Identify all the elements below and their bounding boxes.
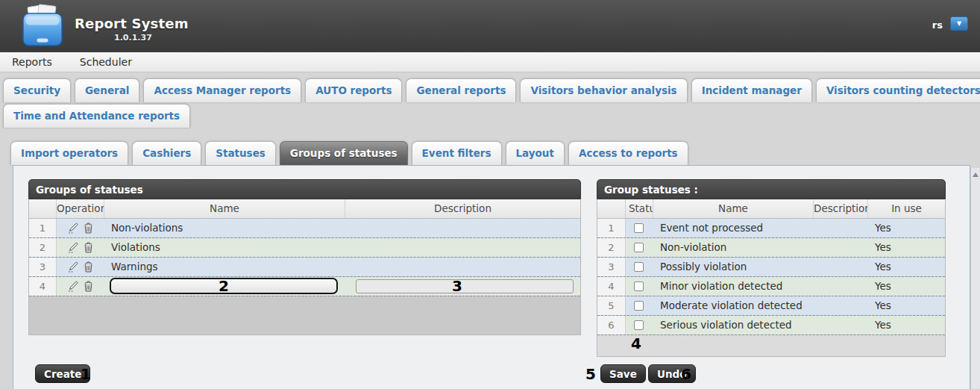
col-status[interactable]: Status( bbox=[626, 199, 653, 218]
save-button[interactable]: Save bbox=[600, 364, 646, 383]
table-row[interactable]: 1 Event not processed Yes bbox=[597, 219, 945, 238]
subtab-cashiers[interactable]: Cashiers bbox=[132, 141, 201, 165]
subtab-import-operators[interactable]: Import operators bbox=[10, 141, 128, 165]
annotation-4-checkboxes: 4 bbox=[631, 334, 641, 352]
col-name[interactable]: Name bbox=[653, 199, 814, 218]
app-header: Report System 1.0.1.37 rs ▼ bbox=[0, 0, 980, 52]
annotation-2-name-input: 2 bbox=[219, 277, 229, 295]
edit-icon[interactable] bbox=[67, 280, 80, 293]
col-name[interactable]: Name bbox=[104, 199, 345, 218]
subtab-layout[interactable]: Layout bbox=[506, 141, 565, 165]
edit-icon[interactable] bbox=[67, 222, 80, 234]
main-menubar: Reports Scheduler bbox=[0, 52, 980, 72]
status-description bbox=[814, 316, 868, 334]
vertical-scrollbar[interactable] bbox=[970, 168, 980, 389]
delete-icon[interactable] bbox=[82, 261, 95, 273]
col-blank bbox=[597, 199, 626, 218]
delete-icon[interactable] bbox=[82, 222, 95, 234]
scroll-up-icon bbox=[973, 172, 979, 177]
table-row[interactable]: 5 Moderate violation detected Yes bbox=[597, 296, 945, 316]
menu-item-scheduler[interactable]: Scheduler bbox=[80, 52, 132, 72]
group-name: Violations bbox=[104, 238, 345, 257]
subtab-groups-of-statuses[interactable]: Groups of statuses bbox=[280, 141, 408, 165]
status-name: Event not processed bbox=[653, 219, 814, 237]
status-name: Minor violation detected bbox=[653, 277, 814, 296]
tab-general[interactable]: General bbox=[75, 78, 139, 102]
user-menu-button[interactable]: ▼ bbox=[950, 16, 968, 31]
status-description bbox=[814, 258, 868, 276]
delete-icon[interactable] bbox=[82, 241, 95, 254]
tab-time-and-attendance-reports[interactable]: Time and Attendance reports bbox=[3, 104, 190, 128]
app-title: Report System bbox=[75, 16, 189, 31]
table-row[interactable]: 6 Serious violation detected Yes bbox=[597, 316, 945, 335]
annotation-5-save: 5 bbox=[585, 365, 596, 383]
col-operation[interactable]: Operation bbox=[57, 199, 104, 218]
tab-visitors-behavior-analysis[interactable]: Visitors behavior analysis bbox=[520, 78, 687, 102]
groups-table-body: 1 Non-violations 2 bbox=[28, 219, 581, 335]
table-row[interactable]: 3 Possibly violation Yes bbox=[597, 258, 945, 277]
user-name: rs bbox=[932, 19, 943, 31]
col-description[interactable]: Description bbox=[345, 199, 580, 218]
group-statuses-table: Group statuses : Status( Name Descriptio… bbox=[597, 179, 946, 357]
status-in-use: Yes bbox=[868, 258, 945, 276]
statuses-table-empty-area bbox=[597, 335, 945, 356]
pos-sub-tabs: Import operators Cashiers Statuses Group… bbox=[0, 141, 980, 165]
statuses-table-body: 1 Event not processed Yes 2 Non-violatio… bbox=[597, 219, 946, 357]
group-description bbox=[345, 219, 580, 237]
subtab-access-to-reports[interactable]: Access to reports bbox=[568, 141, 688, 165]
col-in-use[interactable]: In use bbox=[868, 199, 945, 218]
annotation-6-undo: 6 bbox=[681, 365, 691, 383]
tab-general-reports[interactable]: General reports bbox=[406, 78, 516, 102]
status-name: Non-violation bbox=[653, 238, 814, 257]
group-description bbox=[345, 238, 580, 257]
report-tabs-row2: Time and Attendance reports bbox=[0, 104, 980, 128]
groups-table-empty-area bbox=[29, 296, 580, 334]
subtab-statuses[interactable]: Statuses bbox=[205, 141, 276, 165]
status-in-use: Yes bbox=[868, 219, 945, 237]
table-row[interactable]: 2 Violations bbox=[29, 238, 580, 258]
groups-table-title: Groups of statuses bbox=[28, 179, 581, 199]
table-row-new-group[interactable]: 4 bbox=[29, 277, 580, 296]
status-in-use: Yes bbox=[868, 238, 945, 257]
tab-security[interactable]: Security bbox=[3, 78, 71, 102]
annotation-1-create: 1 bbox=[81, 365, 91, 383]
menu-item-reports[interactable]: Reports bbox=[12, 52, 52, 72]
table-row[interactable]: 4 Minor violation detected Yes bbox=[597, 277, 945, 296]
group-description bbox=[345, 258, 580, 276]
table-row[interactable]: 2 Non-violation Yes bbox=[597, 238, 945, 258]
status-checkbox[interactable] bbox=[634, 243, 644, 252]
status-description bbox=[814, 219, 868, 237]
table-row[interactable]: 1 Non-violations bbox=[29, 219, 580, 238]
status-checkbox[interactable] bbox=[634, 301, 644, 311]
table-row[interactable]: 3 Warnings bbox=[29, 258, 580, 277]
status-name: Possibly violation bbox=[653, 258, 814, 276]
app-version: 1.0.1.37 bbox=[114, 33, 152, 43]
new-group-description-input[interactable] bbox=[356, 279, 574, 293]
status-description bbox=[814, 238, 868, 257]
status-description bbox=[814, 277, 868, 296]
col-description[interactable]: Description bbox=[814, 199, 868, 218]
statuses-table-header: Status( Name Description In use bbox=[597, 199, 946, 219]
status-in-use: Yes bbox=[868, 277, 945, 296]
status-checkbox[interactable] bbox=[634, 223, 644, 233]
tab-access-manager-reports[interactable]: Access Manager reports bbox=[143, 78, 301, 102]
status-checkbox[interactable] bbox=[634, 320, 644, 330]
status-checkbox[interactable] bbox=[634, 262, 644, 272]
statuses-table-title: Group statuses : bbox=[597, 179, 946, 199]
edit-icon[interactable] bbox=[67, 241, 80, 254]
tab-visitors-counting-detectors[interactable]: Visitors counting detectors bbox=[816, 78, 980, 102]
app-logo-icon bbox=[18, 4, 67, 49]
edit-icon[interactable] bbox=[67, 261, 80, 273]
status-in-use: Yes bbox=[868, 316, 945, 334]
status-in-use: Yes bbox=[868, 296, 945, 315]
tab-incident-manager[interactable]: Incident manager bbox=[691, 78, 812, 102]
subtab-event-filters[interactable]: Event filters bbox=[412, 141, 502, 165]
delete-icon[interactable] bbox=[82, 280, 95, 293]
group-name: Non-violations bbox=[104, 219, 345, 237]
report-system-window: Report System 1.0.1.37 rs ▼ Reports Sche… bbox=[0, 0, 980, 389]
groups-table-header: Operation Name Description bbox=[28, 199, 581, 219]
status-description bbox=[814, 296, 868, 315]
groups-of-statuses-table: Groups of statuses Operation Name Descri… bbox=[28, 179, 581, 335]
tab-auto-reports[interactable]: AUTO reports bbox=[305, 78, 402, 102]
status-checkbox[interactable] bbox=[634, 281, 644, 291]
